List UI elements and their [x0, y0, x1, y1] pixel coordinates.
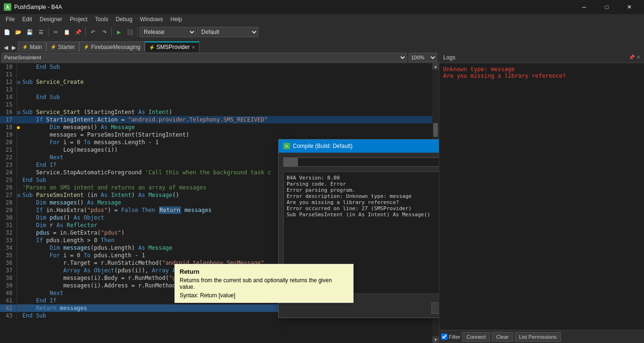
- copy-btn[interactable]: 📋: [62, 27, 72, 37]
- toolbar: 📄 📂 💾 ☰ ✂ 📋 📌 ↶ ↷ ▶ ⬛ Release Default: [0, 24, 644, 40]
- build-config-select[interactable]: Release: [140, 27, 196, 37]
- compile-dialog: A Compile (Build: Default) ✕ B4A Version…: [278, 139, 439, 318]
- cut-btn[interactable]: ✂: [50, 27, 61, 37]
- scroll-up-btn[interactable]: ▲: [432, 63, 439, 70]
- run-btn[interactable]: ▶: [114, 27, 124, 37]
- app-icon: A: [4, 3, 11, 11]
- log-entry-1: Unknown type: message: [443, 66, 640, 73]
- filter-label: Filter: [449, 334, 460, 340]
- device-select[interactable]: Default: [197, 27, 258, 37]
- close-button[interactable]: ✕: [619, 0, 640, 14]
- zoom-selector[interactable]: 100%: [409, 53, 437, 62]
- table-row: 12 ⊟ Sub Service_Create: [0, 78, 432, 86]
- log-line: Error description: Unknown type: message: [287, 193, 439, 199]
- stop-btn[interactable]: ⬛: [125, 27, 135, 37]
- table-row: 13: [0, 86, 432, 93]
- log-line: Parsing code. Error: [287, 181, 439, 187]
- editor-area: ParseSmsIntent 100% 10 End Sub 11: [0, 52, 439, 343]
- logs-content: Unknown type: message Are you missing a …: [439, 63, 644, 330]
- logs-pin-icon[interactable]: 📌: [629, 55, 635, 60]
- logs-panel: Logs 📌 ✕ Unknown type: message Are you m…: [439, 52, 644, 343]
- tab-smsprovider-label: SMSProvider: [157, 44, 190, 50]
- logs-close-icon[interactable]: ✕: [636, 55, 640, 60]
- table-row: 11: [0, 71, 432, 78]
- menu-file[interactable]: File: [2, 15, 18, 24]
- log-line: Sub ParseSmsIntent (in As Intent) As Mes…: [287, 212, 439, 218]
- code-nav: ParseSmsIntent 100%: [0, 52, 439, 63]
- table-row: 14 End Sub: [0, 93, 432, 101]
- line-number: 10: [0, 63, 17, 71]
- table-row: 19 messages = ParseSmsIntent(StartingInt…: [0, 131, 432, 139]
- maximize-button[interactable]: □: [596, 0, 618, 14]
- tab-starter[interactable]: ⚡ Starter: [46, 41, 79, 52]
- tb-btn4[interactable]: ☰: [36, 27, 46, 37]
- new-btn[interactable]: 📄: [2, 27, 12, 37]
- log-line: Are you missing a library reference?: [287, 199, 439, 205]
- table-row: 18 Dim messages() As Message: [0, 123, 432, 131]
- connect-button[interactable]: Connect: [462, 332, 490, 342]
- undo-btn[interactable]: ↶: [88, 27, 98, 37]
- compile-title-text: Compile (Build: Default): [293, 143, 353, 149]
- scroll-down-btn[interactable]: ▼: [432, 336, 439, 343]
- log-line: Error parsing program.: [287, 187, 439, 193]
- tab-smsprovider-close[interactable]: ✕: [191, 45, 195, 50]
- tab-firebase-label: FirebaseMessaging: [91, 44, 140, 50]
- log-line: B4A Version: 8.00: [287, 175, 439, 181]
- window-controls: ─ □ ✕: [573, 0, 640, 14]
- filter-checkbox-label[interactable]: Filter: [441, 334, 460, 340]
- paste-btn[interactable]: 📌: [73, 27, 83, 37]
- log-entry-2: Are you missing a library reference?: [443, 73, 640, 79]
- compile-progress-fill: [284, 158, 298, 166]
- log-line: Error occurred on line: 27 (SMSProvider): [287, 205, 439, 212]
- logs-bottom-bar: Filter Connect Clear List Permissions: [439, 330, 644, 343]
- compile-title-icon: A: [283, 143, 290, 149]
- save-btn[interactable]: 💾: [25, 27, 35, 37]
- table-row: 16 ⊟ Sub Service_Start (StartingIntent A…: [0, 108, 432, 116]
- menu-help[interactable]: Help: [167, 15, 186, 24]
- tab-smsprovider[interactable]: ⚡ SMSProvider ✕: [145, 41, 200, 52]
- menu-edit[interactable]: Edit: [18, 15, 36, 24]
- app-title: PushSample - B4A: [14, 4, 573, 10]
- compile-log: B4A Version: 8.00 Parsing code. Error Er…: [283, 172, 439, 294]
- sep3: [111, 27, 112, 37]
- tab-nav-right[interactable]: ▶: [10, 43, 18, 52]
- compile-dialog-title: A Compile (Build: Default) ✕: [279, 139, 439, 153]
- minimize-button[interactable]: ─: [573, 0, 595, 14]
- sep2: [85, 27, 86, 37]
- titlebar: A PushSample - B4A ─ □ ✕: [0, 0, 644, 14]
- tab-main-label: Main: [30, 44, 42, 50]
- logs-header: Logs 📌 ✕: [439, 52, 644, 63]
- tab-main[interactable]: ⚡ Main: [18, 41, 46, 52]
- menu-debug[interactable]: Debug: [112, 15, 136, 24]
- open-btn[interactable]: 📂: [13, 27, 24, 37]
- menu-tools[interactable]: Tools: [91, 15, 112, 24]
- menu-designer[interactable]: Designer: [36, 15, 66, 24]
- scroll-thumb[interactable]: [433, 123, 438, 137]
- compile-progress-bar: [283, 157, 439, 167]
- compile-cancel-button[interactable]: Cancel: [431, 302, 439, 314]
- sep1: [48, 27, 49, 37]
- menubar: File Edit Designer Project Tools Debug W…: [0, 14, 644, 24]
- tabbar: ◀ ▶ ⚡ Main ⚡ Starter ⚡ FirebaseMessaging…: [0, 40, 644, 52]
- table-row: 17 If StartingIntent.Action = "android.p…: [0, 116, 432, 123]
- clear-button[interactable]: Clear: [492, 332, 512, 342]
- filter-checkbox[interactable]: [441, 334, 447, 340]
- table-row: 10 End Sub: [0, 63, 432, 71]
- compile-dialog-actions: Cancel Close: [279, 299, 439, 318]
- main-layout: ParseSmsIntent 100% 10 End Sub 11: [0, 52, 644, 343]
- logs-title: Logs: [443, 54, 629, 61]
- sub-selector[interactable]: ParseSmsIntent: [2, 53, 407, 62]
- table-row: 15: [0, 101, 432, 108]
- menu-project[interactable]: Project: [66, 15, 91, 24]
- menu-windows[interactable]: Windows: [136, 15, 167, 24]
- tab-starter-label: Starter: [58, 44, 75, 50]
- sep4: [137, 27, 138, 37]
- redo-btn[interactable]: ↷: [99, 27, 109, 37]
- tab-nav-left[interactable]: ◀: [2, 43, 10, 52]
- tab-firebase[interactable]: ⚡ FirebaseMessaging: [79, 41, 145, 52]
- permissions-button[interactable]: List Permissions: [515, 332, 561, 342]
